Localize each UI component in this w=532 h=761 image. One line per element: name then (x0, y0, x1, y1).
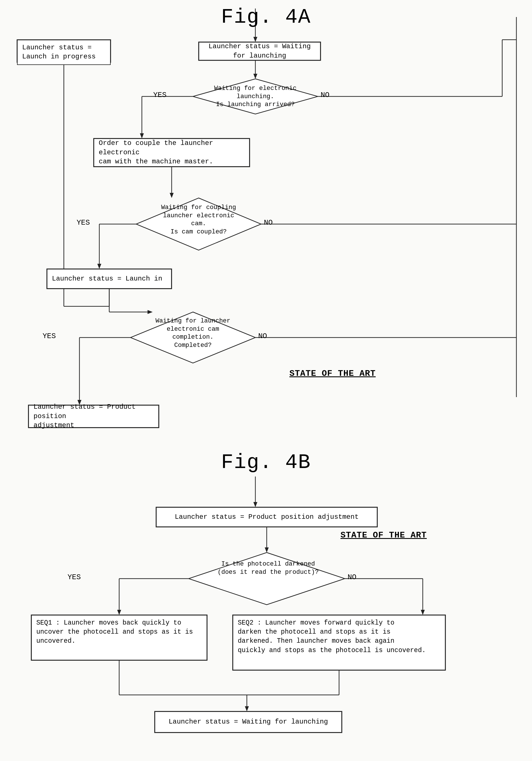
svg-marker-4 (253, 74, 257, 79)
fig4a-title: Fig. 4A (0, 6, 532, 29)
launch-in-box: Launcher status = Launch in (47, 269, 172, 289)
svg-marker-55 (245, 706, 249, 711)
fig4b-title: Fig. 4B (0, 451, 532, 474)
order-couple-box: Order to couple the launcher electronic … (93, 139, 250, 167)
svg-marker-47 (421, 610, 425, 615)
page: { "figA": { "title": "Fig. 4A", "boxes":… (0, 0, 532, 761)
svg-marker-8 (140, 133, 144, 139)
svg-marker-40 (265, 548, 269, 553)
diamond-photocell: Is the photocell darkened (does it read … (189, 560, 348, 576)
seq2-box: SEQ2 : Launcher moves forward quickly to… (233, 615, 445, 670)
waiting-launching-top-box: Launcher status = Waiting for launching (199, 42, 321, 60)
diamond-coupling-cam: Waiting for coupling launcher electronic… (143, 204, 254, 236)
diamond-electronic-launching: Waiting for electronic launching. Is lau… (197, 85, 314, 109)
yes-label-3: YES (42, 332, 56, 340)
svg-marker-1 (253, 37, 257, 42)
svg-marker-29 (148, 310, 153, 314)
no-label-1: NO (321, 91, 329, 99)
product-position-box-a: Launcher status = Product position adjus… (29, 405, 159, 428)
yes-label-b: YES (68, 573, 81, 581)
waiting-launching-bottom-box: Launcher status = Waiting for launching (155, 711, 342, 732)
svg-marker-19 (97, 264, 101, 269)
no-label-2: NO (264, 218, 273, 227)
launch-in-progress-box: Launcher status = Launch in progress (17, 40, 111, 65)
no-label-b: NO (348, 573, 356, 581)
svg-marker-44 (117, 610, 121, 615)
svg-marker-37 (253, 502, 257, 507)
product-position-box-b: Launcher status = Product position adjus… (156, 507, 377, 527)
no-label-3: NO (258, 332, 267, 340)
state-art-label-a: STATE OF THE ART (289, 369, 376, 379)
state-art-label-b: STATE OF THE ART (340, 530, 427, 540)
svg-marker-15 (170, 193, 174, 198)
yes-label-1: YES (153, 91, 166, 99)
seq1-box: SEQ1 : Launcher moves back quickly to un… (31, 615, 207, 660)
diamond-cam-completion: Waiting for launcher electronic cam comp… (136, 317, 250, 349)
yes-label-2: YES (77, 218, 90, 227)
